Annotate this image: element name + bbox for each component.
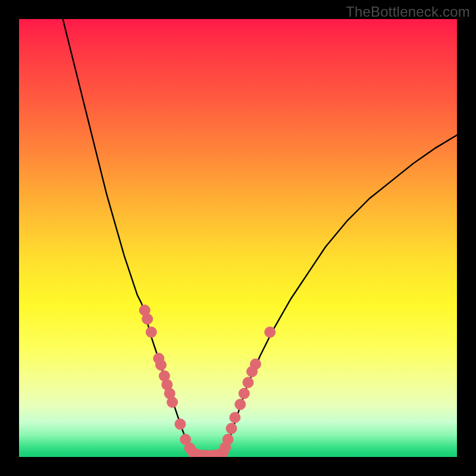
plot-area	[19, 19, 457, 457]
data-point	[250, 359, 261, 369]
data-point	[223, 434, 233, 445]
data-point	[235, 399, 246, 410]
data-point	[265, 327, 275, 337]
data-point	[167, 397, 178, 408]
data-point	[226, 423, 237, 434]
data-point	[230, 412, 240, 423]
curve-group	[63, 19, 457, 456]
data-point	[142, 314, 153, 324]
bottleneck-curve	[63, 19, 457, 456]
data-point	[239, 388, 249, 399]
data-point	[155, 359, 166, 370]
data-point	[175, 419, 186, 430]
chart-frame: TheBottleneck.com	[0, 0, 476, 476]
chart-svg	[19, 19, 457, 457]
watermark-text: TheBottleneck.com	[346, 4, 470, 20]
data-point	[243, 377, 253, 388]
marker-group	[139, 305, 275, 457]
data-point	[146, 327, 156, 337]
